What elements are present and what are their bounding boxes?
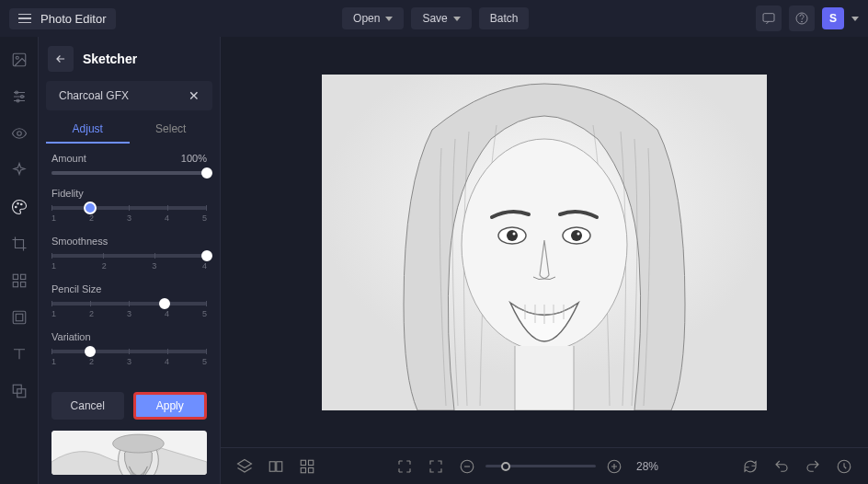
svg-point-11	[20, 203, 22, 205]
batch-button[interactable]: Batch	[479, 7, 530, 29]
svg-rect-40	[301, 467, 305, 472]
svg-point-22	[113, 434, 165, 453]
pencil-slider[interactable]	[51, 302, 207, 305]
svg-rect-37	[277, 461, 282, 471]
tool-shapes-icon[interactable]	[9, 271, 29, 291]
control-fidelity: Fidelity 12345	[51, 188, 207, 223]
svg-rect-16	[13, 311, 26, 324]
grid-icon[interactable]	[298, 457, 316, 476]
chevron-down-icon[interactable]	[851, 17, 859, 21]
smoothness-slider[interactable]	[51, 254, 207, 258]
zoom-in-icon[interactable]	[605, 457, 623, 476]
effect-chip: Charcoal GFX ✕	[46, 81, 212, 110]
amount-slider[interactable]	[51, 171, 207, 175]
control-variation: Variation 12345	[51, 331, 207, 366]
layers-icon[interactable]	[235, 457, 254, 476]
chevron-down-icon	[385, 17, 393, 21]
svg-rect-12	[13, 274, 17, 279]
preview-thumbnail[interactable]	[51, 431, 207, 475]
svg-point-30	[577, 232, 580, 235]
variation-slider[interactable]	[51, 350, 207, 353]
redo-icon[interactable]	[804, 457, 822, 476]
fullscreen-icon[interactable]	[395, 457, 414, 476]
svg-rect-15	[20, 282, 25, 287]
bottom-bar: 28%	[221, 447, 868, 484]
svg-point-29	[571, 230, 582, 241]
panel-title: Sketcher	[83, 52, 137, 66]
svg-point-9	[15, 206, 17, 208]
svg-point-10	[17, 203, 18, 205]
compare-icon[interactable]	[267, 457, 285, 476]
svg-point-2	[802, 21, 803, 22]
svg-point-8	[17, 132, 21, 136]
tool-rail	[0, 37, 39, 484]
tool-layers-icon[interactable]	[9, 381, 29, 401]
undo-icon[interactable]	[772, 457, 791, 476]
hamburger-icon	[18, 14, 31, 24]
fidelity-slider[interactable]	[51, 206, 207, 210]
tool-sliders-icon[interactable]	[9, 86, 29, 107]
apply-button[interactable]: Apply	[133, 392, 208, 420]
zoom-slider[interactable]	[485, 465, 596, 467]
zoom-out-icon[interactable]	[458, 457, 476, 476]
refresh-icon[interactable]	[741, 457, 760, 476]
svg-rect-14	[13, 282, 17, 287]
canvas-viewport[interactable]	[221, 37, 868, 447]
svg-rect-38	[301, 460, 305, 465]
app-title: Photo Editor	[40, 12, 107, 26]
side-panel: Sketcher Charcoal GFX ✕ Adjust Select Am…	[39, 37, 221, 484]
open-button[interactable]: Open	[342, 7, 404, 29]
app-menu[interactable]: Photo Editor	[9, 8, 116, 29]
topbar: Photo Editor Open Save Batch S	[0, 0, 868, 37]
svg-rect-36	[269, 461, 275, 471]
help-icon[interactable]	[789, 6, 815, 31]
back-button[interactable]	[48, 46, 74, 72]
tool-text-icon[interactable]	[9, 344, 29, 364]
save-button[interactable]: Save	[411, 7, 471, 29]
tab-adjust[interactable]: Adjust	[46, 116, 130, 144]
tool-crop-icon[interactable]	[9, 234, 29, 254]
chevron-down-icon	[453, 17, 461, 21]
history-icon[interactable]	[835, 457, 853, 476]
svg-point-4	[16, 56, 18, 59]
cancel-button[interactable]: Cancel	[51, 392, 124, 420]
canvas-image	[322, 75, 767, 410]
tool-image-icon[interactable]	[9, 50, 29, 70]
tab-select[interactable]: Select	[130, 116, 213, 144]
svg-rect-0	[763, 14, 774, 22]
svg-rect-13	[20, 274, 25, 279]
control-amount: Amount100%	[51, 153, 207, 175]
control-pencil-size: Pencil Size 12345	[51, 283, 207, 318]
tool-sparkle-icon[interactable]	[9, 160, 29, 180]
svg-rect-17	[16, 314, 23, 321]
comment-icon[interactable]	[756, 6, 782, 31]
control-smoothness: Smoothness 1234	[51, 236, 207, 271]
zoom-value: 28%	[633, 460, 662, 473]
svg-rect-41	[309, 467, 314, 472]
effect-name: Charcoal GFX	[59, 89, 129, 102]
tool-eye-icon[interactable]	[9, 123, 29, 144]
tool-palette-icon[interactable]	[9, 197, 29, 217]
avatar[interactable]: S	[822, 7, 844, 29]
svg-point-26	[507, 230, 518, 241]
svg-rect-39	[309, 460, 314, 465]
tool-frame-icon[interactable]	[9, 307, 29, 328]
close-icon[interactable]: ✕	[188, 88, 200, 103]
svg-point-27	[513, 232, 516, 235]
fit-icon[interactable]	[427, 457, 445, 476]
